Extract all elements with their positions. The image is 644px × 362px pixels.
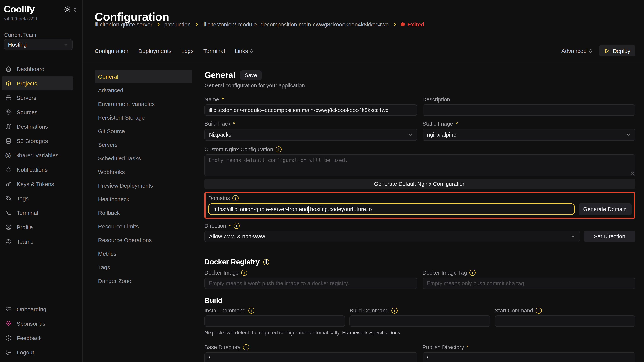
set-direction-button[interactable]: Set Direction (584, 231, 635, 242)
chevron-right-icon (392, 22, 397, 27)
info-icon[interactable] (241, 270, 248, 276)
info-icon[interactable] (234, 223, 240, 229)
publish-directory-input[interactable] (422, 352, 635, 362)
sidebar-item-profile[interactable]: Profile (2, 220, 74, 234)
database-icon (5, 137, 12, 144)
sidebar-item-servers[interactable]: Servers (2, 90, 74, 105)
help-circle-icon (5, 335, 12, 341)
docker-image-input[interactable] (204, 278, 417, 289)
direction-label: Direction* (204, 222, 635, 230)
tab-links[interactable]: Links (235, 47, 253, 54)
sidebar-item-destinations[interactable]: Destinations (2, 119, 74, 133)
sidebar-item-sponsor-us[interactable]: Sponsor us (2, 316, 74, 331)
required-mark: * (467, 344, 469, 350)
info-icon[interactable] (232, 195, 238, 201)
breadcrumb-application[interactable]: illicitestonion/-module--decomposition:m… (202, 21, 389, 28)
sidebar-item-logout[interactable]: Logout (2, 345, 74, 359)
theme-toggle-sun-icon[interactable] (64, 6, 71, 13)
build-command-input[interactable] (350, 316, 490, 327)
sidebar-item-keys-tokens[interactable]: Keys & Tokens (2, 177, 74, 191)
subnav-item-rollback[interactable]: Rollback (95, 206, 192, 219)
subnav-item-metrics[interactable]: Metrics (95, 247, 192, 260)
layers-icon (5, 80, 12, 86)
tab-terminal[interactable]: Terminal (204, 47, 225, 54)
domains-input[interactable]: https://illicitonion-quote-server-fronte… (208, 203, 574, 215)
description-input[interactable] (422, 104, 635, 116)
theme-selector-icon[interactable] (74, 6, 77, 12)
subnav-item-preview-deployments[interactable]: Preview Deployments (95, 179, 192, 192)
info-icon[interactable] (276, 146, 282, 152)
start-command-input[interactable] (495, 316, 635, 327)
info-icon[interactable] (248, 308, 254, 314)
tab-configuration[interactable]: Configuration (95, 47, 128, 54)
subnav-item-scheduled-tasks[interactable]: Scheduled Tasks (95, 151, 192, 165)
subnav-item-healthcheck[interactable]: Healthcheck (95, 192, 192, 206)
config-subnav: General Advanced Environment Variables P… (95, 70, 192, 288)
info-icon[interactable] (536, 308, 542, 314)
advanced-menu[interactable]: Advanced (561, 47, 592, 54)
tab-deployments[interactable]: Deployments (138, 47, 171, 54)
sidebar-item-onboarding[interactable]: Onboarding (2, 302, 74, 316)
name-input[interactable] (204, 104, 417, 116)
subnav-item-environment-variables[interactable]: Environment Variables (95, 97, 192, 110)
info-icon[interactable] (470, 270, 476, 276)
selector-icon (589, 48, 592, 53)
tag-icon (5, 195, 12, 201)
custom-nginx-textarea[interactable] (204, 154, 635, 176)
sidebar-item-feedback[interactable]: Feedback (2, 331, 74, 345)
sidebar-item-terminal[interactable]: Terminal (2, 205, 74, 220)
required-mark: * (233, 121, 235, 127)
user-circle-icon (5, 224, 12, 230)
required-mark: * (229, 223, 231, 229)
sidebar-item-notifications[interactable]: Notifications (2, 162, 74, 177)
team-select[interactable]: Hosting (4, 39, 73, 50)
install-command-label: Install Command (204, 306, 345, 315)
sidebar-item-sources[interactable]: Sources (2, 105, 74, 119)
general-form: General Save General configuration for y… (204, 70, 635, 362)
docker-image-tag-input[interactable] (422, 278, 635, 289)
required-mark: * (456, 121, 458, 127)
subnav-item-danger-zone[interactable]: Danger Zone (95, 274, 192, 288)
sidebar-item-shared-variables[interactable]: (x)Shared Variables (2, 148, 74, 162)
subnav-item-tags[interactable]: Tags (95, 260, 192, 274)
bell-icon (5, 166, 12, 173)
app-logo[interactable]: Coolify (4, 4, 34, 14)
build-pack-select[interactable]: Nixpacks (204, 129, 417, 141)
breadcrumb-environment[interactable]: production (164, 21, 191, 28)
breadcrumb-project[interactable]: illicitonion quote server (95, 21, 152, 28)
info-icon[interactable] (391, 308, 397, 314)
domains-label: Domains (208, 194, 632, 202)
framework-docs-link[interactable]: Framework Specific Docs (342, 330, 400, 336)
key-icon (5, 181, 12, 187)
domains-highlight-box: Domains https://illicitonion-quote-serve… (204, 192, 635, 219)
section-subtitle: General configuration for your applicati… (204, 82, 635, 88)
info-icon[interactable] (243, 344, 249, 350)
start-command-label: Start Command (495, 306, 635, 315)
sidebar-item-teams[interactable]: Teams (2, 234, 74, 249)
generate-domain-button[interactable]: Generate Domain (578, 203, 632, 215)
subnav-item-persistent-storage[interactable]: Persistent Storage (95, 110, 192, 124)
sidebar-item-s3-storages[interactable]: S3 Storages (2, 133, 74, 148)
info-icon[interactable] (263, 259, 269, 265)
subnav-item-advanced[interactable]: Advanced (95, 83, 192, 97)
sidebar-item-dashboard[interactable]: Dashboard (2, 62, 74, 76)
subnav-item-git-source[interactable]: Git Source (95, 124, 192, 138)
sidebar-item-tags[interactable]: Tags (2, 191, 74, 205)
terminal-icon (5, 209, 12, 216)
base-directory-input[interactable] (204, 352, 417, 362)
deploy-button[interactable]: Deploy (599, 45, 635, 56)
subnav-item-webhooks[interactable]: Webhooks (95, 165, 192, 179)
subnav-item-resource-limits[interactable]: Resource Limits (95, 219, 192, 233)
build-heading: Build (204, 297, 635, 305)
install-command-input[interactable] (204, 316, 345, 327)
subnav-item-resource-operations[interactable]: Resource Operations (95, 233, 192, 247)
chevron-down-icon (64, 42, 68, 47)
generate-nginx-button[interactable]: Generate Default Nginx Configuration (204, 179, 635, 189)
subnav-item-general[interactable]: General (95, 70, 192, 83)
tab-logs[interactable]: Logs (181, 47, 194, 54)
sidebar-item-projects[interactable]: Projects (2, 76, 74, 90)
static-image-select[interactable]: nginx:alpine (422, 129, 635, 141)
save-button[interactable]: Save (240, 70, 262, 80)
direction-select[interactable]: Allow www & non-www. (204, 231, 580, 242)
subnav-item-servers[interactable]: Servers (95, 138, 192, 151)
